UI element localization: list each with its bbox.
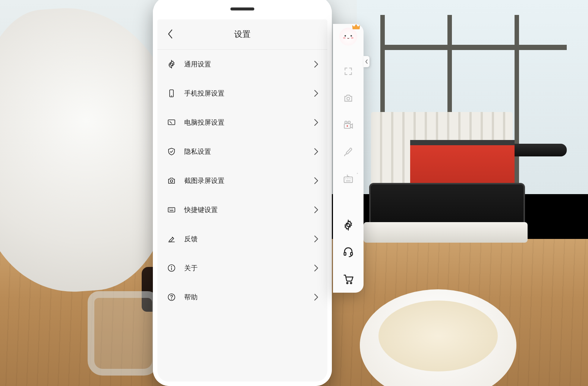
settings-item-shortcut[interactable]: 快捷键设置 <box>161 195 324 224</box>
phone-notch <box>230 7 254 10</box>
svg-point-6 <box>170 180 173 182</box>
svg-rect-29 <box>344 252 346 255</box>
settings-item-label: 反馈 <box>184 234 314 243</box>
avatar[interactable] <box>339 28 357 46</box>
cart-icon <box>343 273 354 284</box>
svg-point-14 <box>172 266 172 267</box>
chevron-right-icon <box>314 235 318 243</box>
keyboard-icon <box>343 173 354 184</box>
settings-item-pc-cast[interactable]: 电脑投屏设置 <box>161 108 324 137</box>
camera-icon <box>343 93 353 103</box>
monitor-icon <box>166 117 177 128</box>
side-toolbar: ˄ <box>333 24 364 293</box>
side-group-top: ˄ <box>343 59 354 208</box>
settings-item-label: 帮助 <box>184 293 314 302</box>
collapse-sidebar-button[interactable] <box>364 56 370 67</box>
page-title: 设置 <box>234 29 251 40</box>
settings-item-label: 关于 <box>184 264 314 273</box>
settings-item-privacy[interactable]: 隐私设置 <box>161 137 324 166</box>
screenshot-button[interactable] <box>343 93 354 104</box>
chevron-right-icon <box>314 119 318 126</box>
chevron-left-icon <box>167 29 174 39</box>
gear-icon <box>166 59 177 69</box>
chevron-right-icon <box>314 264 318 272</box>
settings-item-label: 隐私设置 <box>184 147 314 156</box>
bg-cooktop-base <box>364 222 528 243</box>
settings-item-screenshot[interactable]: 截图录屏设置 <box>161 166 324 195</box>
keyboard-button[interactable]: ˄ <box>343 173 354 184</box>
settings-item-label: 手机投屏设置 <box>184 89 314 98</box>
chevron-right-icon <box>314 177 318 184</box>
avatar-face <box>342 32 354 41</box>
crown-icon <box>352 24 360 30</box>
shop-button[interactable] <box>343 273 354 284</box>
svg-rect-3 <box>168 120 175 125</box>
camera-icon <box>166 175 177 186</box>
settings-item-label: 电脑投屏设置 <box>184 118 314 127</box>
headset-icon <box>343 246 354 258</box>
svg-point-18 <box>345 121 347 124</box>
chevron-right-icon <box>314 90 318 97</box>
settings-item-feedback[interactable]: 反馈 <box>161 224 324 253</box>
settings-item-general[interactable]: 通用设置 <box>161 50 324 79</box>
settings-list: 通用设置 手机投屏设置 电脑投屏设置 <box>157 50 327 312</box>
chevron-right-icon <box>314 293 318 301</box>
video-record-icon <box>343 119 354 131</box>
settings-item-help[interactable]: 帮助 <box>161 283 324 312</box>
svg-rect-7 <box>168 208 175 212</box>
chevron-right-icon <box>314 148 318 155</box>
svg-point-31 <box>347 283 348 284</box>
help-icon <box>166 292 177 302</box>
keyboard-icon <box>166 205 177 215</box>
settings-button[interactable] <box>343 220 354 231</box>
info-icon <box>166 263 177 273</box>
edit-icon <box>166 234 177 244</box>
svg-point-32 <box>350 283 352 284</box>
svg-rect-22 <box>344 177 353 183</box>
svg-point-28 <box>347 224 350 227</box>
bg-rice <box>378 301 498 371</box>
fullscreen-icon <box>343 66 353 76</box>
side-group-bottom <box>343 220 354 293</box>
gear-icon <box>343 220 354 231</box>
caret-up-icon: ˄ <box>356 172 358 177</box>
settings-item-label: 截图录屏设置 <box>184 176 314 185</box>
brush-icon <box>343 147 353 157</box>
chevron-right-icon <box>314 60 318 68</box>
svg-point-19 <box>348 121 350 124</box>
record-button[interactable] <box>343 119 354 131</box>
bg-jar-glass <box>88 291 159 376</box>
svg-point-17 <box>347 97 349 100</box>
settings-item-label: 快捷键设置 <box>184 205 314 214</box>
svg-point-0 <box>170 63 173 65</box>
phone-icon <box>166 88 177 99</box>
settings-item-phone-cast[interactable]: 手机投屏设置 <box>161 79 324 108</box>
settings-item-about[interactable]: 关于 <box>161 253 324 283</box>
shield-icon <box>166 146 177 157</box>
phone-frame: 设置 通用设置 手机投屏设置 电脑投屏设置 <box>153 0 332 386</box>
phone-screen: 设置 通用设置 手机投屏设置 电脑投屏设置 <box>157 19 327 382</box>
settings-item-label: 通用设置 <box>184 60 314 69</box>
back-button[interactable] <box>165 28 176 40</box>
svg-point-21 <box>347 125 348 127</box>
fullscreen-button[interactable] <box>343 66 354 77</box>
svg-point-16 <box>172 299 172 299</box>
chevron-right-icon <box>314 206 318 214</box>
settings-titlebar: 设置 <box>157 19 327 50</box>
draw-button[interactable] <box>343 146 354 158</box>
chevron-left-icon <box>365 59 368 64</box>
support-button[interactable] <box>343 246 354 258</box>
